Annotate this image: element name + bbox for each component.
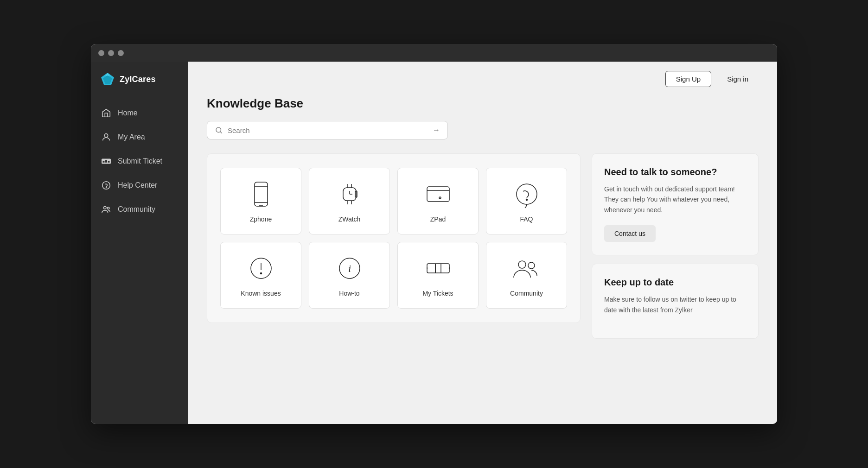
sidebar: ZylCares Home My Area (91, 62, 188, 424)
sidebar-item-my-area-label: My Area (118, 133, 145, 141)
watch-icon (335, 179, 364, 209)
category-card-community-label: Community (510, 290, 543, 297)
search-submit-arrow[interactable]: → (433, 126, 440, 134)
traffic-light-yellow[interactable] (108, 50, 114, 56)
top-bar: Sign Up Sign in (188, 62, 777, 96)
phone-icon (246, 179, 276, 209)
svg-rect-23 (427, 187, 449, 202)
category-card-how-to[interactable]: i How-to (309, 242, 390, 309)
sidebar-item-community-label: Community (118, 205, 155, 214)
update-card-text: Make sure to follow us on twitter to kee… (604, 294, 746, 315)
traffic-light-green[interactable] (118, 50, 124, 56)
category-card-how-to-label: How-to (339, 290, 359, 297)
svg-point-10 (216, 127, 221, 133)
main-content: Sign Up Sign in Knowledge Base → (188, 62, 777, 424)
category-card-my-tickets[interactable]: My Tickets (397, 242, 479, 309)
content-area: Zphone (207, 153, 759, 339)
app-body: ZylCares Home My Area (91, 62, 777, 424)
signin-button[interactable]: Sign in (717, 71, 759, 87)
search-input[interactable] (228, 126, 428, 134)
tablet-icon (423, 179, 453, 209)
category-grid: Zphone (220, 168, 567, 309)
search-bar[interactable]: → (207, 121, 448, 139)
home-icon (101, 108, 111, 118)
traffic-light-red[interactable] (98, 50, 104, 56)
talk-card-text: Get in touch with out dedicated support … (604, 184, 746, 215)
app-name: ZylCares (120, 75, 156, 84)
known-issues-icon (246, 253, 276, 283)
sidebar-item-help-center[interactable]: Help Center (91, 174, 188, 197)
category-card-zphone[interactable]: Zphone (220, 168, 301, 234)
svg-rect-33 (427, 264, 449, 273)
category-card-community[interactable]: Community (486, 242, 567, 309)
contact-us-button[interactable]: Contact us (604, 225, 656, 242)
category-card-faq[interactable]: FAQ (486, 168, 567, 234)
sidebar-item-home-label: Home (118, 109, 138, 117)
svg-point-26 (517, 184, 537, 204)
community-card-icon (512, 253, 542, 283)
faq-icon (512, 179, 542, 209)
page-body: Knowledge Base → (188, 96, 777, 424)
svg-point-3 (104, 134, 108, 137)
talk-card: Need to talk to someone? Get in touch wi… (592, 153, 759, 255)
sidebar-item-submit-ticket-label: Submit Ticket (118, 157, 162, 165)
category-card-zpad[interactable]: ZPad (397, 168, 479, 234)
category-card-my-tickets-label: My Tickets (422, 290, 453, 297)
tickets-icon (423, 253, 453, 283)
svg-point-25 (439, 197, 441, 199)
svg-point-27 (526, 199, 527, 201)
sidebar-item-submit-ticket[interactable]: Submit Ticket (91, 150, 188, 173)
title-bar (91, 44, 777, 62)
search-icon (215, 126, 223, 134)
category-card-known-issues-label: Known issues (241, 290, 281, 297)
update-card: Keep up to date Make sure to follow us o… (592, 264, 759, 339)
category-grid-panel: Zphone (207, 153, 581, 323)
svg-point-8 (104, 207, 107, 209)
right-panel: Need to talk to someone? Get in touch wi… (592, 153, 759, 339)
category-card-zwatch-label: ZWatch (338, 215, 361, 223)
svg-point-7 (106, 188, 107, 188)
ticket-icon (101, 156, 111, 166)
page-title: Knowledge Base (207, 96, 759, 111)
svg-point-36 (518, 261, 526, 268)
sidebar-item-my-area[interactable]: My Area (91, 126, 188, 149)
update-card-title: Keep up to date (604, 277, 746, 288)
talk-card-title: Need to talk to someone? (604, 167, 746, 177)
svg-point-30 (260, 273, 262, 274)
sidebar-nav: Home My Area (91, 97, 188, 226)
browser-window: ZylCares Home My Area (91, 44, 777, 424)
category-card-faq-label: FAQ (520, 215, 533, 223)
svg-point-9 (107, 207, 109, 209)
category-card-zpad-label: ZPad (430, 215, 446, 223)
zylcares-logo-icon (100, 72, 115, 87)
category-card-zphone-label: Zphone (250, 215, 272, 223)
helpcenter-icon (101, 180, 111, 190)
signup-button[interactable]: Sign Up (665, 71, 711, 87)
myarea-icon (101, 132, 111, 142)
sidebar-item-home[interactable]: Home (91, 101, 188, 125)
sidebar-logo: ZylCares (91, 62, 188, 97)
category-card-zwatch[interactable]: ZWatch (309, 168, 390, 234)
sidebar-item-help-center-label: Help Center (118, 181, 157, 190)
community-icon (101, 204, 111, 215)
howto-icon: i (335, 253, 364, 283)
svg-point-37 (528, 262, 535, 269)
sidebar-item-community[interactable]: Community (91, 198, 188, 221)
svg-text:i: i (348, 263, 351, 274)
category-card-known-issues[interactable]: Known issues (220, 242, 301, 309)
